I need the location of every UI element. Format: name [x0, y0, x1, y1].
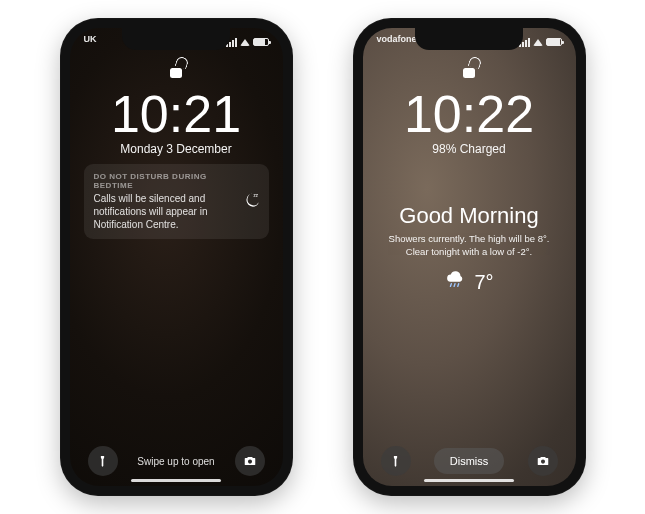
temperature: 7°: [474, 271, 493, 294]
flashlight-icon: [389, 455, 402, 468]
carrier-label: UK: [84, 34, 97, 50]
home-indicator[interactable]: [131, 479, 221, 483]
dnd-body: Calls will be silenced and notifications…: [94, 192, 235, 231]
dismiss-label: Dismiss: [450, 455, 489, 467]
lock-screen-right[interactable]: vodafone U 10:22 98% Charged Good Mornin…: [363, 28, 576, 486]
greeting-title: Good Morning: [379, 203, 560, 229]
dnd-title: DO NOT DISTURB DURING BEDTIME: [94, 172, 235, 190]
phone-right: vodafone U 10:22 98% Charged Good Mornin…: [353, 18, 586, 496]
camera-icon: [243, 454, 257, 468]
flashlight-button[interactable]: [381, 446, 411, 476]
home-indicator[interactable]: [424, 479, 514, 483]
camera-button[interactable]: [528, 446, 558, 476]
clock-time: 10:21: [70, 88, 283, 140]
forecast-text: Showers currently. The high will be 8°. …: [379, 233, 560, 259]
flashlight-button[interactable]: [88, 446, 118, 476]
camera-icon: [536, 454, 550, 468]
wifi-icon: [240, 39, 250, 46]
battery-icon: [546, 38, 562, 46]
camera-button[interactable]: [235, 446, 265, 476]
rain-icon: [444, 269, 466, 296]
unlock-icon: [461, 58, 477, 78]
phone-left: UK 10:21 Monday 3 December DO NOT DISTUR…: [60, 18, 293, 496]
dismiss-button[interactable]: Dismiss: [434, 448, 505, 474]
charge-label: 98% Charged: [363, 142, 576, 156]
flashlight-icon: [96, 455, 109, 468]
swipe-up-label: Swipe up to open: [137, 456, 214, 467]
moon-icon: zz: [243, 191, 261, 213]
svg-text:zz: zz: [253, 193, 258, 198]
notch: [415, 28, 523, 50]
clock-date: Monday 3 December: [70, 142, 283, 156]
unlock-icon: [168, 58, 184, 78]
clock-time: 10:22: [363, 88, 576, 140]
dnd-bedtime-card[interactable]: DO NOT DISTURB DURING BEDTIME Calls will…: [84, 164, 269, 239]
good-morning-card: Good Morning Showers currently. The high…: [379, 203, 560, 296]
lock-screen-left[interactable]: UK 10:21 Monday 3 December DO NOT DISTUR…: [70, 28, 283, 486]
battery-icon: [253, 38, 269, 46]
wifi-icon: [533, 39, 543, 46]
notch: [122, 28, 230, 50]
